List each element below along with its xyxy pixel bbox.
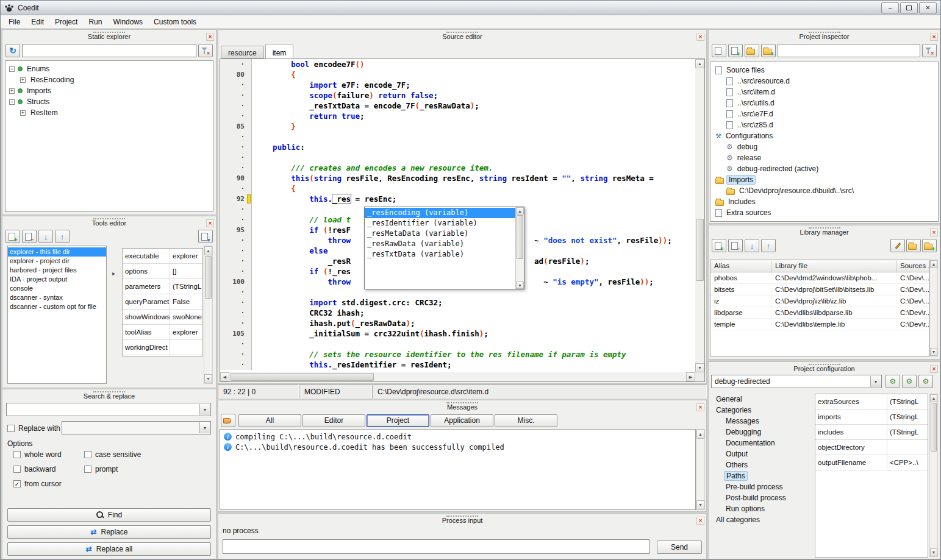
code-line[interactable]: · scope(failure) return false; [220, 90, 695, 101]
tree-item[interactable]: Categories [710, 405, 805, 416]
scroll-down-button[interactable]: ▼ [930, 348, 937, 356]
scroll-thumb[interactable] [696, 219, 704, 281]
send-button[interactable]: Send [657, 541, 702, 554]
scroll-up-button[interactable]: ▲ [516, 207, 524, 214]
replace-all-button[interactable]: ⇄ Replace all [7, 542, 211, 556]
tree-item[interactable]: ..\src\e7F.d [710, 108, 938, 119]
property-row[interactable]: toolAliasexplorer [123, 325, 202, 340]
dropdown-button[interactable]: ▾ [199, 404, 210, 415]
tree-item[interactable]: General [710, 394, 805, 405]
code-line[interactable]: · import std.digest.crc: CRC32; [220, 297, 695, 308]
filter-project[interactable]: Project [367, 414, 429, 427]
move-tool-down-button[interactable]: ↓ [38, 230, 53, 243]
find-button[interactable]: Find [7, 508, 211, 522]
property-row[interactable]: includes(TStringL [815, 425, 928, 440]
new-file-button[interactable] [712, 44, 726, 57]
tree-item[interactable]: Output [710, 448, 805, 459]
code-line[interactable]: · this._resIdentifier = resIdent; [220, 360, 695, 370]
close-project-inspector-button[interactable]: ✕ [930, 33, 938, 41]
code-line[interactable]: · [220, 152, 695, 163]
code-line[interactable]: · public: [220, 142, 695, 152]
filter-misc[interactable]: Misc. [495, 414, 557, 427]
option-checkbox[interactable]: case sensitive [84, 450, 209, 459]
editor-hscrollbar[interactable]: ◀ ▶ [220, 372, 695, 381]
config-sync-button-b[interactable]: ⚙ [902, 375, 917, 388]
tree-item[interactable]: Includes [710, 196, 938, 207]
menu-item-windows[interactable]: Windows [107, 16, 148, 28]
tree-item[interactable]: C:\Dev\dproj\resource.d\build\..\src\ [710, 185, 938, 196]
menu-item-project[interactable]: Project [49, 16, 83, 28]
replace-with-checkbox[interactable]: Replace with [7, 424, 60, 433]
expand-icon[interactable]: + [20, 110, 26, 116]
code-line[interactable]: · import e7F: encode_7F; [220, 80, 695, 90]
minimize-button[interactable]: – [881, 2, 899, 13]
tree-item[interactable]: ..\src\item.d [710, 87, 938, 97]
property-row[interactable]: workingDirect [123, 340, 202, 355]
property-row[interactable]: options[] [123, 264, 202, 279]
close-process-input-button[interactable]: ✕ [696, 517, 704, 525]
move-library-down-button[interactable]: ↓ [745, 239, 759, 252]
code-line[interactable]: · _resTxtData = encode_7F(_resRawData); [220, 101, 695, 111]
code-line[interactable]: 85 } [220, 121, 695, 132]
tree-item[interactable]: Imports [710, 174, 938, 185]
collapse-icon[interactable]: − [9, 66, 15, 72]
option-checkbox[interactable]: prompt [84, 465, 209, 473]
option-checkbox[interactable]: ✓from cursor [13, 480, 84, 488]
config-sync-button-c[interactable]: ⚙ [918, 375, 933, 388]
tool-item[interactable]: dscanner - syntax [8, 293, 106, 302]
scroll-down-button[interactable]: ▼ [930, 548, 937, 556]
tree-item[interactable]: Messages [710, 416, 805, 427]
tree-item[interactable]: ..\src\z85.d [710, 119, 938, 130]
column-header[interactable]: Sources ... [896, 260, 929, 272]
property-row[interactable]: parameters(TStringL [123, 279, 202, 294]
table-row[interactable]: bitsetsC:\Dev\dproj\bitSet\lib\bitsets.l… [710, 284, 929, 296]
open-folder-button[interactable] [745, 44, 759, 57]
code-line[interactable]: · [220, 339, 695, 349]
scroll-thumb[interactable] [517, 215, 523, 259]
add-folder-button[interactable] [761, 44, 776, 57]
close-library-manager-button[interactable]: ✕ [930, 229, 938, 236]
code-line[interactable]: · ihash.put(_resRawData); [220, 318, 695, 328]
property-row[interactable]: queryParametFalse [123, 294, 202, 310]
tree-item[interactable]: +ResItem [5, 107, 213, 118]
scroll-left-button[interactable]: ◀ [220, 372, 229, 381]
completion-item[interactable]: _resEncoding (variable) [365, 208, 515, 218]
scroll-down-button[interactable]: ▼ [516, 282, 524, 289]
expand-icon[interactable]: + [9, 88, 15, 94]
search-term-combo[interactable]: ▾ [6, 403, 211, 416]
editor-vscrollbar[interactable]: ▲ ▼ [695, 59, 704, 372]
option-checkbox[interactable]: backward [13, 465, 84, 473]
code-line[interactable]: 92 this._res = resEnc; [220, 194, 695, 204]
close-tools-editor-button[interactable]: ✕ [206, 219, 214, 227]
property-row[interactable]: outputFilename<CPP>..\ [815, 455, 928, 470]
code-line[interactable]: 90 this(string resFile, ResEncoding resE… [220, 173, 695, 183]
close-messages-button[interactable]: ✕ [696, 403, 704, 411]
collapse-icon[interactable]: − [9, 99, 15, 105]
table-row[interactable]: libdparseC:\Dev\dlibs\libdparse.libC:\De… [710, 307, 929, 319]
filter-all[interactable]: All [238, 414, 301, 427]
table-row[interactable]: izC:\Dev\dproj\iz\lib\iz.libC:\Dev\... [710, 296, 929, 307]
tree-item[interactable]: Pre-build process [710, 481, 805, 492]
close-static-explorer-button[interactable]: ✕ [206, 33, 214, 41]
tree-item[interactable]: All categories [710, 514, 805, 525]
tree-item[interactable]: Paths [710, 470, 805, 481]
tree-item[interactable]: ..\src\resource.d [710, 76, 938, 87]
tool-item[interactable]: console [8, 284, 106, 293]
scroll-thumb[interactable] [205, 256, 212, 299]
tree-item[interactable]: Source files [710, 65, 938, 76]
table-row[interactable]: phobosC:\Dev\dmd2\windows\lib\phob...C:\… [710, 272, 929, 284]
tool-item[interactable]: explorer - this file dir [8, 247, 106, 257]
menu-item-custom-tools[interactable]: Custom tools [148, 16, 202, 28]
maximize-button[interactable] [900, 2, 918, 13]
tree-item[interactable]: −Enums [5, 63, 213, 74]
close-project-configuration-button[interactable]: ✕ [930, 365, 938, 373]
code-line[interactable]: · CRC32 ihash; [220, 308, 695, 318]
menu-item-run[interactable]: Run [83, 16, 107, 28]
property-row[interactable]: executableexplorer [123, 249, 202, 264]
tree-item[interactable]: Documentation [710, 438, 805, 448]
tree-item[interactable]: +ResEncoding [5, 74, 213, 85]
tree-item[interactable]: Extra sources [710, 207, 938, 218]
code-line[interactable]: · /// creates and encodes a new resource… [220, 163, 695, 173]
scroll-up-button[interactable]: ▲ [696, 430, 704, 439]
tree-item[interactable]: Others [710, 459, 805, 470]
